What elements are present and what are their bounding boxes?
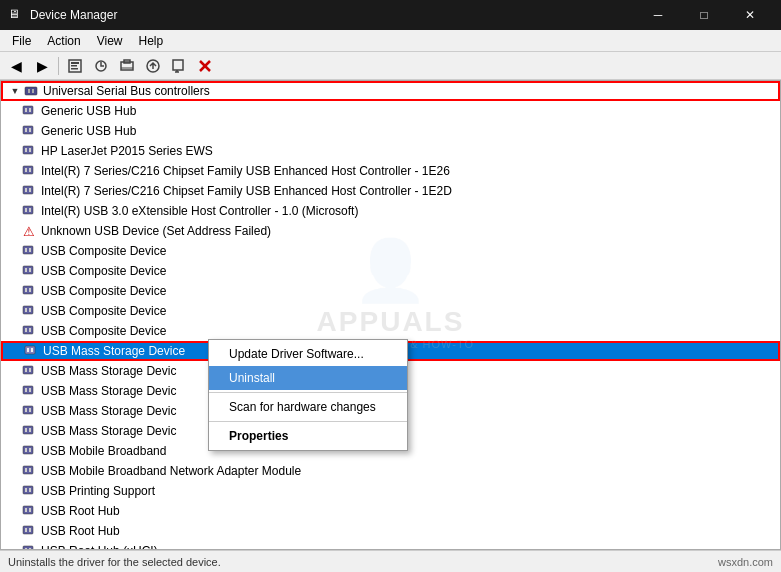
- category-label: Universal Serial Bus controllers: [43, 84, 210, 98]
- svg-rect-61: [29, 408, 31, 412]
- svg-rect-1: [71, 62, 79, 64]
- status-bar: Uninstalls the driver for the selected d…: [0, 550, 781, 572]
- svg-rect-39: [25, 268, 27, 272]
- svg-rect-76: [29, 508, 31, 512]
- svg-rect-21: [25, 128, 27, 132]
- svg-rect-63: [25, 428, 27, 432]
- svg-rect-38: [23, 266, 33, 274]
- svg-rect-41: [23, 286, 33, 294]
- svg-rect-45: [25, 308, 27, 312]
- menu-action[interactable]: Action: [39, 32, 88, 50]
- svg-rect-57: [25, 388, 27, 392]
- device-tree[interactable]: 👤 APPUALS WINDOWS HELP & HOW-TO ▼ Univer…: [0, 80, 781, 550]
- app-icon: 🖥: [8, 7, 24, 23]
- svg-rect-32: [23, 206, 33, 214]
- forward-button[interactable]: ▶: [30, 55, 54, 77]
- expand-icon: ▼: [7, 83, 23, 99]
- list-item[interactable]: USB Printing Support: [1, 481, 780, 501]
- list-item[interactable]: USB Root Hub: [1, 521, 780, 541]
- svg-rect-29: [23, 186, 33, 194]
- svg-rect-24: [25, 148, 27, 152]
- list-item[interactable]: ⚠ Unknown USB Device (Set Address Failed…: [1, 221, 780, 241]
- svg-rect-47: [23, 326, 33, 334]
- maximize-button[interactable]: □: [681, 0, 727, 30]
- menu-bar: File Action View Help: [0, 30, 781, 52]
- list-item[interactable]: Generic USB Hub: [1, 101, 780, 121]
- svg-rect-69: [25, 468, 27, 472]
- add-legacy-button[interactable]: [115, 55, 139, 77]
- list-item[interactable]: USB Root Hub: [1, 501, 780, 521]
- context-menu-properties[interactable]: Properties: [209, 424, 407, 448]
- uninstall-button[interactable]: [193, 55, 217, 77]
- list-item[interactable]: USB Composite Device: [1, 241, 780, 261]
- svg-rect-19: [29, 108, 31, 112]
- list-item[interactable]: USB Root Hub (xHCI): [1, 541, 780, 550]
- menu-file[interactable]: File: [4, 32, 39, 50]
- scan-hardware-button[interactable]: [89, 55, 113, 77]
- svg-rect-73: [29, 488, 31, 492]
- close-button[interactable]: ✕: [727, 0, 773, 30]
- device-icon: [21, 243, 37, 259]
- context-menu-uninstall[interactable]: Uninstall: [209, 366, 407, 390]
- context-menu-update-driver[interactable]: Update Driver Software...: [209, 342, 407, 366]
- menu-view[interactable]: View: [89, 32, 131, 50]
- svg-rect-49: [29, 328, 31, 332]
- main-area: 👤 APPUALS WINDOWS HELP & HOW-TO ▼ Univer…: [0, 80, 781, 550]
- context-menu-scan[interactable]: Scan for hardware changes: [209, 395, 407, 419]
- category-usb-controllers[interactable]: ▼ Universal Serial Bus controllers: [1, 81, 780, 101]
- svg-rect-40: [29, 268, 31, 272]
- svg-rect-72: [25, 488, 27, 492]
- device-icon: [21, 503, 37, 519]
- svg-rect-20: [23, 126, 33, 134]
- device-icon: [21, 103, 37, 119]
- device-icon: [21, 443, 37, 459]
- list-item[interactable]: Intel(R) 7 Series/C216 Chipset Family US…: [1, 161, 780, 181]
- list-item[interactable]: USB Mobile Broadband Network Adapter Mod…: [1, 461, 780, 481]
- list-item[interactable]: USB Composite Device: [1, 281, 780, 301]
- back-button[interactable]: ◀: [4, 55, 28, 77]
- svg-rect-16: [32, 89, 34, 93]
- svg-rect-68: [23, 466, 33, 474]
- svg-rect-55: [29, 368, 31, 372]
- svg-rect-81: [25, 548, 27, 550]
- device-icon: [21, 283, 37, 299]
- svg-rect-42: [25, 288, 27, 292]
- toolbar-sep-1: [58, 57, 59, 75]
- svg-rect-43: [29, 288, 31, 292]
- list-item[interactable]: HP LaserJet P2015 Series EWS: [1, 141, 780, 161]
- context-menu: Update Driver Software... Uninstall Scan…: [208, 339, 408, 451]
- svg-rect-62: [23, 426, 33, 434]
- list-item[interactable]: Intel(R) USB 3.0 eXtensible Host Control…: [1, 201, 780, 221]
- menu-help[interactable]: Help: [131, 32, 172, 50]
- svg-rect-56: [23, 386, 33, 394]
- device-icon: [21, 403, 37, 419]
- svg-rect-36: [25, 248, 27, 252]
- svg-rect-26: [23, 166, 33, 174]
- minimize-button[interactable]: ─: [635, 0, 681, 30]
- list-item[interactable]: Generic USB Hub: [1, 121, 780, 141]
- list-item[interactable]: Intel(R) 7 Series/C216 Chipset Family US…: [1, 181, 780, 201]
- svg-rect-67: [29, 448, 31, 452]
- svg-rect-48: [25, 328, 27, 332]
- update-driver-button[interactable]: [141, 55, 165, 77]
- svg-rect-15: [28, 89, 30, 93]
- svg-rect-46: [29, 308, 31, 312]
- svg-rect-34: [29, 208, 31, 212]
- list-item[interactable]: USB Composite Device: [1, 321, 780, 341]
- svg-rect-54: [25, 368, 27, 372]
- svg-rect-79: [29, 528, 31, 532]
- svg-rect-80: [23, 546, 33, 550]
- svg-rect-58: [29, 388, 31, 392]
- status-text: Uninstalls the driver for the selected d…: [8, 556, 221, 568]
- device-icon: [21, 423, 37, 439]
- properties-button[interactable]: [63, 55, 87, 77]
- list-item[interactable]: USB Composite Device: [1, 301, 780, 321]
- svg-rect-35: [23, 246, 33, 254]
- disable-button[interactable]: [167, 55, 191, 77]
- svg-rect-18: [25, 108, 27, 112]
- device-icon: [21, 123, 37, 139]
- list-item[interactable]: USB Composite Device: [1, 261, 780, 281]
- device-icon: [21, 543, 37, 550]
- device-icon: [21, 203, 37, 219]
- device-icon: [21, 463, 37, 479]
